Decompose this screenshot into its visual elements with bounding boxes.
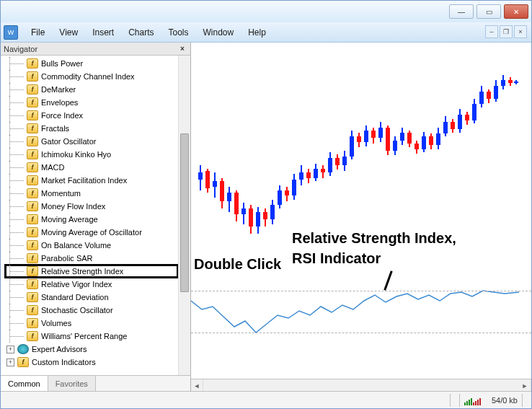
expander-icon[interactable]: +: [6, 346, 14, 353]
tree-parent-label: Expert Advisors: [32, 343, 87, 356]
indicator-item[interactable]: fOn Balance Volume: [5, 239, 178, 252]
navigator-scrollbar[interactable]: [178, 56, 190, 375]
menu-help[interactable]: Help: [241, 25, 273, 40]
scroll-left-icon[interactable]: ◄: [191, 379, 203, 391]
indicator-item[interactable]: fMoving Average of Oscillator: [5, 226, 178, 239]
indicator-item[interactable]: fMomentum: [5, 187, 178, 200]
indicator-icon: f: [27, 162, 38, 172]
indicator-item[interactable]: fWilliams' Percent Range: [5, 330, 178, 343]
window-minimize-button[interactable]: —: [449, 4, 474, 19]
indicator-label: Stochastic Oscillator: [41, 304, 113, 317]
statusbar: 54/0 kb: [1, 391, 531, 408]
expander-icon[interactable]: +: [6, 359, 14, 366]
tab-favorites[interactable]: Favorites: [48, 376, 96, 391]
menu-insert[interactable]: Insert: [85, 25, 121, 40]
indicator-item[interactable]: fRelative Vigor Index: [5, 278, 178, 291]
indicator-item[interactable]: fGator Oscillator: [5, 135, 178, 148]
window-close-button[interactable]: ✕: [504, 4, 528, 19]
indicator-item[interactable]: fStochastic Oscillator: [5, 304, 178, 317]
indicator-icon: f: [27, 292, 38, 302]
navigator-title: Navigator: [4, 45, 37, 53]
indicator-item[interactable]: fForce Index: [5, 109, 178, 122]
indicator-item[interactable]: fRelative Strength Index: [5, 265, 178, 278]
indicator-item[interactable]: fCommodity Channel Index: [5, 70, 178, 83]
indicator-icon: f: [27, 149, 38, 159]
navigator-tree[interactable]: fBulls PowerfCommodity Channel IndexfDeM…: [1, 56, 178, 375]
menu-file[interactable]: File: [24, 25, 52, 40]
indicator-icon: f: [27, 318, 38, 328]
indicator-label: Standard Deviation: [41, 291, 109, 304]
tree-parent-custom-indicators[interactable]: +fCustom Indicators: [5, 356, 178, 369]
indicator-label: Bulls Power: [41, 57, 83, 70]
indicator-item[interactable]: fMoney Flow Index: [5, 200, 178, 213]
indicator-icon: f: [27, 123, 38, 133]
indicator-item[interactable]: fMACD: [5, 161, 178, 174]
indicator-label: Williams' Percent Range: [41, 330, 127, 343]
app-window: — ▭ ✕ W FileViewInsertChartsToolsWindowH…: [0, 0, 532, 409]
indicator-label: Fractals: [41, 122, 69, 135]
indicator-label: Relative Strength Index: [41, 265, 123, 278]
menubar: W FileViewInsertChartsToolsWindowHelp – …: [1, 22, 531, 43]
menu-view[interactable]: View: [52, 25, 85, 40]
tree-parent-expert-advisors[interactable]: +Expert Advisors: [5, 343, 178, 356]
indicator-icon: f: [27, 58, 38, 69]
annotation-rsi-line2: RSI Indicator: [292, 250, 381, 267]
indicator-label: Moving Average of Oscillator: [41, 226, 142, 239]
mdi-restore-button[interactable]: ❐: [500, 25, 513, 38]
navigator-header: Navigator ×: [1, 43, 190, 56]
tab-common[interactable]: Common: [1, 376, 48, 391]
indicator-label: Parabolic SAR: [41, 252, 93, 265]
indicator-icon: f: [27, 240, 38, 250]
navigator-panel: Navigator × fBulls PowerfCommodity Chann…: [1, 43, 191, 391]
indicator-icon: f: [27, 188, 38, 198]
indicator-icon: f: [27, 84, 38, 94]
window-maximize-button[interactable]: ▭: [476, 4, 501, 19]
navigator-scrollbar-thumb[interactable]: [180, 133, 189, 292]
indicator-item[interactable]: fVolumes: [5, 317, 178, 330]
indicator-item[interactable]: fFractals: [5, 122, 178, 135]
indicator-item[interactable]: fStandard Deviation: [5, 291, 178, 304]
navigator-tabs: Common Favorites: [1, 375, 190, 391]
indicator-label: Market Facilitation Index: [41, 174, 127, 187]
rsi-lower-band: [191, 333, 531, 333]
indicator-label: MACD: [41, 161, 64, 174]
indicator-item[interactable]: fMoving Average: [5, 213, 178, 226]
navigator-close-button[interactable]: ×: [177, 44, 187, 54]
scroll-right-icon[interactable]: ►: [519, 379, 531, 391]
indicator-icon: f: [27, 175, 38, 185]
chart-horizontal-scrollbar[interactable]: ◄ ►: [191, 379, 531, 391]
chart-area[interactable]: Double Click Relative Strength Index, RS…: [191, 43, 531, 391]
rsi-upper-band: [191, 291, 531, 291]
menu-window[interactable]: Window: [196, 25, 241, 40]
annotation-rsi-line1: Relative Strength Index,: [292, 230, 456, 247]
app-icon: W: [4, 25, 18, 40]
annotation-double-click: Double Click: [194, 256, 281, 273]
menu-tools[interactable]: Tools: [161, 25, 196, 40]
indicator-item[interactable]: fDeMarker: [5, 83, 178, 96]
menu-charts[interactable]: Charts: [121, 25, 161, 40]
indicator-label: Volumes: [41, 317, 71, 330]
indicator-item[interactable]: fEnvelopes: [5, 96, 178, 109]
indicator-label: Ichimoku Kinko Hyo: [41, 148, 111, 161]
indicator-icon: f: [27, 227, 38, 237]
indicator-label: Gator Oscillator: [41, 135, 96, 148]
indicator-icon: f: [27, 279, 38, 289]
indicator-item[interactable]: fIchimoku Kinko Hyo: [5, 148, 178, 161]
indicator-icon: f: [27, 305, 38, 315]
indicator-item[interactable]: fBulls Power: [5, 57, 178, 70]
indicator-label: On Balance Volume: [41, 239, 111, 252]
mdi-close-button[interactable]: ×: [514, 25, 527, 38]
indicator-icon: f: [27, 136, 38, 146]
mdi-minimize-button[interactable]: –: [485, 25, 498, 38]
indicator-label: Envelopes: [41, 96, 78, 109]
titlebar: — ▭ ✕: [1, 1, 531, 22]
indicator-item[interactable]: fMarket Facilitation Index: [5, 174, 178, 187]
indicator-label: Commodity Channel Index: [41, 70, 135, 83]
indicator-icon: f: [27, 214, 38, 224]
indicator-icon: f: [27, 110, 38, 120]
connection-status-icon: [464, 395, 484, 405]
indicator-icon: f: [27, 253, 38, 263]
tree-parent-label: Custom Indicators: [32, 356, 96, 369]
indicator-label: Moving Average: [41, 213, 98, 226]
indicator-item[interactable]: fParabolic SAR: [5, 252, 178, 265]
